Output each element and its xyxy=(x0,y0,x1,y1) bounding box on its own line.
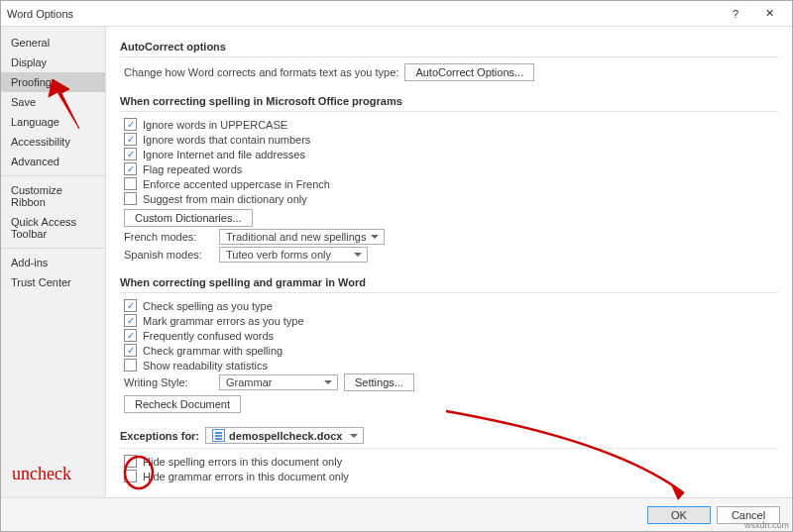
cb-ignore-uppercase[interactable] xyxy=(124,118,137,131)
autocorrect-options-button[interactable]: AutoCorrect Options... xyxy=(404,63,534,81)
cb-confused-words[interactable] xyxy=(124,329,137,342)
custom-dictionaries-button[interactable]: Custom Dictionaries... xyxy=(124,209,253,227)
lbl-ignore-numbers: Ignore words that contain numbers xyxy=(143,134,310,146)
sidebar-item-save[interactable]: Save xyxy=(1,92,105,112)
close-icon[interactable]: ✕ xyxy=(752,3,786,25)
writing-style-label: Writing Style: xyxy=(124,376,213,388)
lbl-readability: Show readability statistics xyxy=(143,360,268,372)
cb-ignore-numbers[interactable] xyxy=(124,133,137,146)
dialog-footer: OK Cancel xyxy=(1,497,792,531)
recheck-document-button[interactable]: Recheck Document xyxy=(124,395,241,413)
window-title: Word Options xyxy=(7,8,719,20)
sidebar-item-display[interactable]: Display xyxy=(1,53,105,72)
titlebar: Word Options ? ✕ xyxy=(1,1,792,27)
exceptions-doc-name: demospellcheck.docx xyxy=(229,430,342,442)
sidebar-item-addins[interactable]: Add-ins xyxy=(1,253,105,272)
lbl-check-spelling-type: Check spelling as you type xyxy=(143,300,273,312)
ok-button[interactable]: OK xyxy=(647,506,711,524)
help-icon[interactable]: ? xyxy=(719,3,752,25)
spanish-modes-dropdown[interactable]: Tuteo verb forms only xyxy=(219,247,368,263)
lbl-ignore-internet: Ignore Internet and file addresses xyxy=(143,149,305,160)
lbl-hide-spelling-errors: Hide spelling errors in this document on… xyxy=(143,456,342,468)
group-autocorrect: AutoCorrect options xyxy=(120,35,778,57)
exceptions-doc-dropdown[interactable]: demospellcheck.docx xyxy=(205,427,364,444)
cb-readability[interactable] xyxy=(124,359,137,372)
french-modes-label: French modes: xyxy=(124,231,213,243)
sidebar-item-proofing[interactable]: Proofing xyxy=(1,72,105,92)
group-word-spelling: When correcting spelling and grammar in … xyxy=(120,270,778,293)
spanish-modes-label: Spanish modes: xyxy=(124,249,213,261)
document-icon xyxy=(212,429,225,442)
sidebar-item-accessibility[interactable]: Accessibility xyxy=(1,132,105,152)
main-panel: AutoCorrect options Change how Word corr… xyxy=(106,27,792,497)
cb-ignore-internet[interactable] xyxy=(124,148,137,160)
autocorrect-desc: Change how Word corrects and formats tex… xyxy=(124,66,398,78)
sidebar-item-general[interactable]: General xyxy=(1,33,105,53)
lbl-confused-words: Frequently confused words xyxy=(143,330,274,342)
sidebar-item-advanced[interactable]: Advanced xyxy=(1,152,105,171)
watermark: wsxdn.com xyxy=(744,520,789,530)
lbl-french-accent: Enforce accented uppercase in French xyxy=(143,178,330,190)
lbl-grammar-with-spelling: Check grammar with spelling xyxy=(143,345,283,357)
sidebar-item-language[interactable]: Language xyxy=(1,112,105,132)
sidebar: General Display Proofing Save Language A… xyxy=(1,27,106,497)
cb-mark-grammar-type[interactable] xyxy=(124,314,137,327)
cb-main-dict[interactable] xyxy=(124,192,137,205)
cb-hide-grammar-errors[interactable] xyxy=(124,470,137,482)
lbl-main-dict: Suggest from main dictionary only xyxy=(143,193,307,205)
writing-style-dropdown[interactable]: Grammar xyxy=(219,374,338,390)
exceptions-label: Exceptions for: xyxy=(120,430,199,442)
cb-grammar-with-spelling[interactable] xyxy=(124,344,137,357)
group-office-spelling: When correcting spelling in Microsoft Of… xyxy=(120,89,778,112)
sidebar-item-quick-access[interactable]: Quick Access Toolbar xyxy=(1,212,105,244)
settings-button[interactable]: Settings... xyxy=(344,373,414,391)
lbl-mark-grammar-type: Mark grammar errors as you type xyxy=(143,315,304,327)
group-exceptions: Exceptions for: demospellcheck.docx xyxy=(120,421,778,449)
cb-hide-spelling-errors[interactable] xyxy=(124,455,137,468)
sidebar-item-trust-center[interactable]: Trust Center xyxy=(1,272,105,292)
sidebar-item-customize-ribbon[interactable]: Customize Ribbon xyxy=(1,180,105,212)
french-modes-dropdown[interactable]: Traditional and new spellings xyxy=(219,229,385,245)
cb-french-accent[interactable] xyxy=(124,177,137,190)
cb-check-spelling-type[interactable] xyxy=(124,299,137,312)
lbl-hide-grammar-errors: Hide grammar errors in this document onl… xyxy=(143,471,349,482)
lbl-ignore-uppercase: Ignore words in UPPERCASE xyxy=(143,119,287,131)
lbl-flag-repeated: Flag repeated words xyxy=(143,163,242,175)
cb-flag-repeated[interactable] xyxy=(124,162,137,175)
